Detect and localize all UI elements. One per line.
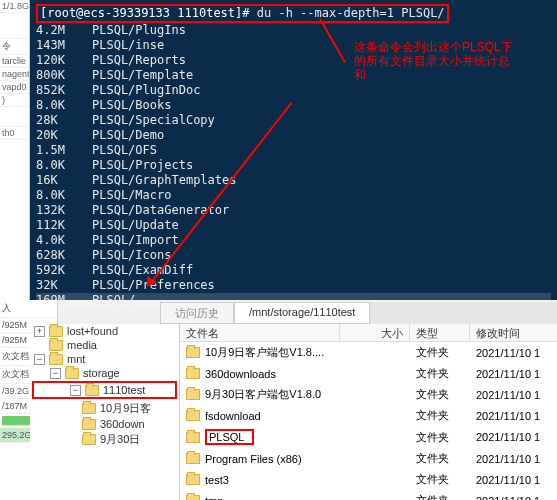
folder-icon	[82, 419, 96, 430]
tree-label[interactable]: 1110test	[103, 384, 145, 396]
strip-cell: vapd0	[0, 81, 29, 94]
folder-icon	[82, 403, 96, 414]
folder-icon	[186, 368, 200, 379]
file-row[interactable]: PLSQL文件夹2021/11/10 1	[180, 426, 557, 448]
annotation-line: 这条命令会列出这个PLSQL下	[354, 40, 513, 54]
terminal-output-line: 20KPLSQL/Demo	[36, 128, 551, 143]
strip-cell: )	[0, 94, 29, 107]
folder-tree[interactable]: +lost+found media −mnt −storage −1110tes…	[30, 324, 180, 500]
terminal-output-line: 8.0KPLSQL/Projects	[36, 158, 551, 173]
annotation-line: 和	[354, 68, 513, 82]
folder-icon	[49, 354, 63, 365]
col-header-date[interactable]: 修改时间	[470, 324, 557, 341]
terminal-output-line: 852KPLSQL/PlugInDoc	[36, 83, 551, 98]
file-row[interactable]: fsdownload文件夹2021/11/10 1	[180, 405, 557, 426]
annotation-text: 这条命令会列出这个PLSQL下 的所有文件目录大小并统计总 和	[354, 40, 513, 82]
collapse-icon[interactable]: −	[34, 354, 45, 365]
strip-cell: tarclie	[0, 55, 29, 68]
path-tabbar: 访问历史 /mnt/storage/1110test	[160, 302, 557, 324]
strip-cell: 令	[0, 39, 29, 55]
strip-cell: nagent	[0, 68, 29, 81]
tab-history[interactable]: 访问历史	[160, 302, 234, 324]
folder-icon	[186, 347, 200, 358]
terminal-output-line: 4.2MPLSQL/PlugIns	[36, 23, 551, 38]
file-row[interactable]: 10月9日客户端包V1.8....文件夹2021/11/10 1	[180, 342, 557, 363]
terminal-output-line: 32KPLSQL/Preferences	[36, 278, 551, 293]
folder-icon	[49, 326, 63, 337]
expand-icon[interactable]: +	[34, 326, 45, 337]
folder-icon	[186, 389, 200, 400]
col-header-name[interactable]: 文件名	[180, 324, 340, 341]
file-list-header: 文件名 大小 类型 修改时间	[180, 324, 557, 342]
folder-icon	[85, 385, 99, 396]
tree-label[interactable]: 9月30日	[100, 432, 140, 447]
file-list[interactable]: 10月9日客户端包V1.8....文件夹2021/11/10 1360downl…	[180, 342, 557, 500]
expand-spacer	[34, 340, 45, 351]
terminal-output-line: 1.5MPLSQL/OFS	[36, 143, 551, 158]
strip-cell: 1/1.8G	[0, 0, 29, 13]
tree-label[interactable]: 360down	[100, 418, 145, 430]
terminal-output-line: 132KPLSQL/DataGenerator	[36, 203, 551, 218]
terminal-output-line: 628KPLSQL/Icons	[36, 248, 551, 263]
terminal-output-line: 8.0KPLSQL/Books	[36, 98, 551, 113]
file-row[interactable]: 9月30日客户端包V1.8.0文件夹2021/11/10 1	[180, 384, 557, 405]
folder-icon	[82, 434, 96, 445]
col-header-size[interactable]: 大小	[340, 324, 410, 341]
meta-cell: 入	[0, 300, 57, 318]
collapse-icon[interactable]: −	[50, 368, 61, 379]
terminal-output-line: 4.0KPLSQL/Import	[36, 233, 551, 248]
left-sidebar-strip: 1/1.8G 令 tarclie nagent vapd0 ) th0	[0, 0, 30, 300]
tree-label[interactable]: 10月9日客	[100, 401, 151, 416]
collapse-icon[interactable]: −	[70, 385, 81, 396]
tree-label[interactable]: lost+found	[67, 325, 118, 337]
file-row[interactable]: tmp文件夹2021/11/10 1	[180, 490, 557, 500]
tab-current-path[interactable]: /mnt/storage/1110test	[234, 302, 370, 324]
tree-label[interactable]: storage	[83, 367, 120, 379]
file-row[interactable]: test3文件夹2021/11/10 1	[180, 469, 557, 490]
folder-icon	[186, 432, 200, 443]
col-header-type[interactable]: 类型	[410, 324, 470, 341]
terminal-output-line: 28KPLSQL/SpecialCopy	[36, 113, 551, 128]
file-row[interactable]: 360downloads文件夹2021/11/10 1	[180, 363, 557, 384]
terminal-output-line: 16KPLSQL/GraphTemplates	[36, 173, 551, 188]
command-highlight-box: [root@ecs-39339133 1110test]# du -h --ma…	[36, 4, 449, 23]
folder-icon	[65, 368, 79, 379]
annotation-line: 的所有文件目录大小并统计总	[354, 54, 513, 68]
folder-icon	[186, 495, 200, 500]
terminal-output-line: 592KPLSQL/ExamDiff	[36, 263, 551, 278]
tree-label[interactable]: mnt	[67, 353, 85, 365]
folder-icon	[186, 453, 200, 464]
file-row[interactable]: Program Files (x86)文件夹2021/11/10 1	[180, 448, 557, 469]
tree-label[interactable]: media	[67, 339, 97, 351]
folder-icon	[186, 410, 200, 421]
command-text: du -h --max-depth=1 PLSQL/	[257, 6, 445, 20]
folder-icon	[49, 340, 63, 351]
strip-cell: th0	[0, 127, 29, 140]
terminal-output-line: 112KPLSQL/Update	[36, 218, 551, 233]
prompt: [root@ecs-39339133 1110test]#	[40, 6, 250, 20]
folder-icon	[186, 474, 200, 485]
terminal-output-line: 8.0KPLSQL/Macro	[36, 188, 551, 203]
